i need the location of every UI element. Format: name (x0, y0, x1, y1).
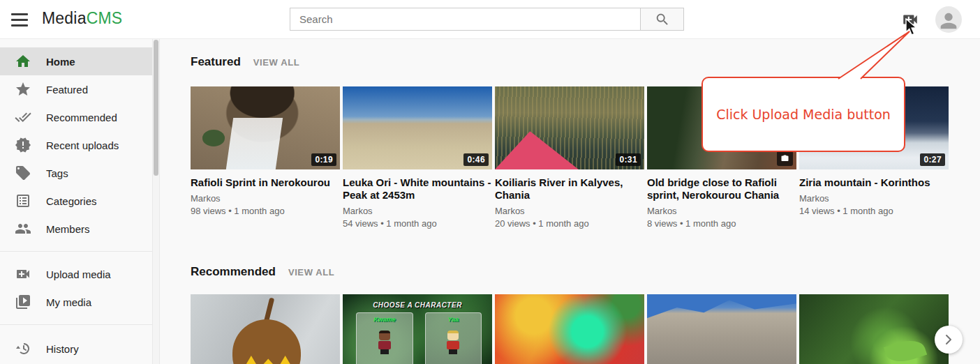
media-card: CHOOSE A CHARACTER Kwame Yaa Selected Se… (343, 294, 492, 364)
sidebar-label: Tags (46, 167, 68, 179)
sidebar-label: Members (46, 223, 90, 235)
logo-cms: CMS (87, 9, 123, 27)
media-thumbnail[interactable] (495, 294, 644, 364)
media-author[interactable]: Markos (647, 206, 796, 216)
history-icon (15, 340, 31, 357)
sidebar-group-main: Home Featured Recommended Recent uploads… (0, 39, 152, 252)
sidebar-item-members[interactable]: Members (0, 215, 152, 243)
new-releases-icon (15, 137, 31, 153)
video-upload-icon (15, 266, 31, 282)
sidebar-label: Recent uploads (46, 139, 119, 151)
sidebar-item-upload-media[interactable]: Upload media (0, 260, 152, 288)
sidebar: Home Featured Recommended Recent uploads… (0, 39, 152, 364)
top-bar: MediaCMS (0, 0, 980, 39)
sidebar-label: Home (46, 56, 75, 68)
media-thumbnail[interactable] (799, 294, 949, 364)
section-title: Recommended (191, 265, 276, 279)
camera-icon (780, 154, 789, 162)
logo-media: Media (42, 9, 87, 27)
media-card (647, 294, 796, 364)
media-title[interactable]: Leuka Ori - White mountains - Peak at 24… (343, 176, 492, 202)
scrollbar-thumb[interactable] (154, 40, 158, 176)
recommended-view-all-link[interactable]: VIEW ALL (288, 267, 334, 278)
recommended-cards-row: CHOOSE A CHARACTER Kwame Yaa Selected Se… (191, 294, 949, 364)
user-avatar[interactable] (935, 6, 962, 33)
media-thumbnail[interactable]: 0:31 (495, 86, 644, 169)
list-icon (15, 192, 31, 209)
media-thumbnail[interactable]: 0:19 (191, 86, 340, 169)
media-thumbnail[interactable] (647, 294, 796, 364)
game-thumb-panel: Yaa (425, 312, 482, 364)
game-thumb-panel: Kwame (356, 312, 413, 364)
pumpkin-art (232, 319, 301, 364)
logo[interactable]: MediaCMS (42, 9, 122, 28)
sidebar-label: History (46, 343, 79, 355)
media-meta: 54 views • 1 month ago (343, 218, 492, 229)
callout-text: Click Upload Media button (716, 107, 891, 122)
media-title[interactable]: Old bridge close to Rafioli sprint, Nero… (647, 176, 796, 202)
media-author[interactable]: Markos (495, 206, 644, 216)
duration-badge: 0:19 (311, 153, 336, 166)
search-button[interactable] (640, 8, 684, 31)
sidebar-item-my-media[interactable]: My media (0, 288, 152, 316)
media-meta: 8 views • 1 month ago (647, 218, 796, 229)
duration-badge: 0:31 (616, 153, 641, 166)
media-card: 0:19 Rafioli Sprint in Nerokourou Markos… (191, 86, 340, 229)
sidebar-item-home[interactable]: Home (0, 47, 152, 75)
media-thumbnail[interactable] (191, 294, 340, 364)
sidebar-label: My media (46, 296, 91, 308)
featured-view-all-link[interactable]: VIEW ALL (253, 57, 299, 68)
menu-icon[interactable] (10, 11, 29, 29)
game-character-sprite (445, 331, 461, 354)
media-thumbnail[interactable]: CHOOSE A CHARACTER Kwame Yaa Selected Se… (343, 294, 492, 364)
sidebar-item-tags[interactable]: Tags (0, 159, 152, 187)
media-card: 0:46 Leuka Ori - White mountains - Peak … (343, 86, 492, 229)
person-icon (937, 9, 960, 33)
media-card (495, 294, 644, 364)
recommended-section-header: Recommended VIEW ALL (191, 265, 334, 279)
sidebar-scrollbar[interactable] (152, 39, 160, 364)
sidebar-group-media: Upload media My media (0, 252, 152, 325)
media-author[interactable]: Markos (191, 193, 340, 204)
tag-icon (15, 165, 31, 181)
game-character-sprite (377, 331, 392, 354)
video-library-icon (15, 294, 31, 310)
game-thumb-heading: CHOOSE A CHARACTER (343, 301, 492, 309)
search-icon (655, 12, 670, 27)
image-type-badge (777, 151, 793, 166)
media-card (191, 294, 340, 364)
search-input[interactable] (290, 8, 640, 31)
sidebar-item-recommended[interactable]: Recommended (0, 103, 152, 131)
sidebar-item-recent-uploads[interactable]: Recent uploads (0, 131, 152, 159)
media-author[interactable]: Markos (343, 206, 492, 216)
upload-media-button[interactable] (901, 10, 919, 29)
chevron-right-icon (940, 331, 957, 348)
media-title[interactable]: Rafioli Sprint in Nerokourou (191, 176, 340, 189)
featured-section-header: Featured VIEW ALL (191, 55, 299, 69)
sidebar-item-history[interactable]: History (0, 335, 152, 363)
carousel-next-button[interactable] (935, 326, 963, 354)
sidebar-group-history: History (0, 325, 152, 364)
media-meta: 20 views • 1 month ago (495, 218, 644, 229)
media-title[interactable]: Ziria mountain - Korinthos (799, 176, 949, 189)
media-card: 0:31 Koiliaris River in Kalyves, Chania … (495, 86, 644, 229)
sidebar-item-featured[interactable]: Featured (0, 75, 152, 103)
search-bar (290, 8, 684, 31)
media-thumbnail[interactable]: 0:46 (343, 86, 492, 169)
media-meta: 14 views • 1 month ago (799, 206, 949, 216)
media-author[interactable]: Markos (799, 193, 949, 204)
sidebar-label: Categories (46, 195, 97, 207)
sidebar-label: Featured (46, 84, 88, 96)
sidebar-label: Recommended (46, 112, 117, 123)
media-card (799, 294, 949, 364)
game-character-name: Yaa (426, 316, 481, 323)
done-all-icon (15, 109, 31, 126)
people-icon (15, 220, 31, 237)
tutorial-callout: Click Upload Media button (701, 77, 905, 152)
home-icon (15, 53, 31, 70)
video-upload-icon (901, 10, 919, 29)
section-title: Featured (191, 55, 241, 69)
media-title[interactable]: Koiliaris River in Kalyves, Chania (495, 176, 644, 202)
star-icon (15, 81, 31, 98)
sidebar-item-categories[interactable]: Categories (0, 187, 152, 215)
